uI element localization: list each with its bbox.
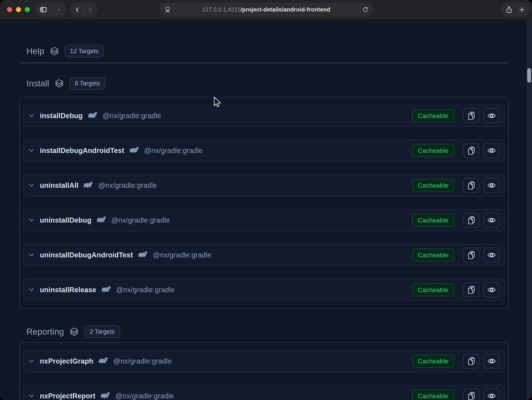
copy-button[interactable]	[463, 213, 479, 228]
target-executor: @nx/gradle:gradle	[144, 147, 203, 155]
target-name: uninstallDebug	[40, 216, 91, 224]
view-button[interactable]	[484, 388, 500, 400]
section-title: Reporting	[26, 327, 64, 337]
layers-icon	[50, 46, 59, 56]
copy-button[interactable]	[463, 178, 479, 193]
url-host: 127.0.0.1:4211	[202, 6, 241, 13]
chevron-down-icon[interactable]	[28, 392, 35, 400]
target-row[interactable]: uninstallDebug @nx/gradle:gradle Cacheab…	[23, 209, 505, 231]
mouse-cursor	[213, 97, 222, 108]
target-executor: @nx/gradle:gradle	[115, 392, 174, 400]
gradle-elephant-icon	[101, 286, 112, 294]
view-button[interactable]	[484, 213, 500, 228]
section-header-install: Install 6 Targets	[26, 76, 105, 91]
chevron-down-icon[interactable]	[28, 251, 35, 258]
view-button[interactable]	[484, 108, 500, 123]
target-name: nxProjectReport	[40, 392, 95, 400]
share-icon[interactable]	[505, 6, 513, 13]
target-name: uninstallRelease	[40, 286, 96, 294]
reporting-targets-card: nxProjectGraph @nx/gradle:gradle Cacheab…	[19, 342, 509, 400]
target-name: uninstallAll	[40, 181, 78, 189]
target-row[interactable]: nxProjectReport @nx/gradle:gradle Cachea…	[23, 385, 505, 400]
toolbar-actions	[501, 3, 530, 16]
chevron-down-icon[interactable]	[56, 7, 62, 12]
copy-button[interactable]	[463, 248, 479, 262]
view-button[interactable]	[484, 143, 500, 158]
gradle-elephant-icon	[129, 147, 140, 154]
chevron-down-icon[interactable]	[28, 182, 35, 189]
gradle-elephant-icon	[96, 217, 107, 224]
nav-divider	[83, 6, 84, 13]
project-details-page: Help 12 Targets Install 6 Targets	[0, 19, 532, 400]
target-executor: @nx/gradle:gradle	[153, 251, 211, 259]
cacheable-badge: Cacheable	[412, 109, 454, 122]
sidebar-toggle-group	[36, 3, 66, 16]
target-executor: @nx/gradle:gradle	[116, 286, 175, 294]
view-button[interactable]	[484, 354, 500, 369]
copy-button[interactable]	[463, 282, 479, 297]
target-name: nxProjectGraph	[40, 357, 93, 365]
section-divider	[19, 62, 509, 63]
back-button[interactable]	[74, 6, 81, 13]
forward-button[interactable]	[87, 6, 94, 13]
gradle-elephant-icon	[88, 112, 98, 119]
target-row[interactable]: installDebugAndroidTest @nx/gradle:gradl…	[23, 140, 505, 162]
cacheable-badge: Cacheable	[412, 389, 454, 400]
copy-button[interactable]	[463, 388, 479, 400]
target-row[interactable]: nxProjectGraph @nx/gradle:gradle Cacheab…	[23, 350, 505, 372]
targets-count-badge: 12 Targets	[65, 45, 104, 57]
chevron-down-icon[interactable]	[28, 358, 35, 365]
scrollbar-thumb[interactable]	[527, 68, 531, 83]
section-title: Help	[26, 46, 44, 56]
target-name: uninstallDebugAndroidTest	[40, 251, 133, 259]
layers-icon	[70, 327, 79, 336]
chevron-down-icon[interactable]	[28, 112, 35, 119]
target-name: installDebugAndroidTest	[40, 147, 124, 155]
cacheable-badge: Cacheable	[412, 249, 454, 262]
chevron-down-icon[interactable]	[28, 147, 35, 154]
reload-icon[interactable]	[362, 6, 369, 14]
chevron-down-icon[interactable]	[28, 286, 35, 293]
page-settings-icon[interactable]	[164, 6, 171, 14]
cacheable-badge: Cacheable	[412, 144, 454, 157]
target-executor: @nx/gradle:gradle	[98, 181, 157, 189]
target-executor: @nx/gradle:gradle	[113, 357, 172, 365]
target-row[interactable]: uninstallDebugAndroidTest @nx/gradle:gra…	[23, 244, 505, 266]
navigation-group	[70, 3, 97, 16]
gradle-elephant-icon	[100, 392, 111, 400]
view-button[interactable]	[484, 282, 500, 297]
window-controls	[7, 7, 30, 12]
close-window-button[interactable]	[7, 7, 12, 12]
install-targets-card: installDebug @nx/gradle:gradle Cacheable	[19, 97, 509, 308]
copy-button[interactable]	[463, 354, 479, 369]
new-tab-icon[interactable]	[518, 6, 526, 13]
target-executor: @nx/gradle:gradle	[111, 216, 170, 224]
sidebar-icon[interactable]	[39, 6, 47, 13]
section-header-reporting: Reporting 2 Targets	[26, 324, 120, 339]
chevron-down-icon[interactable]	[28, 217, 35, 224]
browser-window: 127.0.0.1:4211/project-details/android-f…	[0, 0, 532, 400]
target-name: installDebug	[40, 112, 83, 120]
gradle-elephant-icon	[98, 357, 109, 365]
gradle-elephant-icon	[83, 182, 94, 189]
address-bar[interactable]: 127.0.0.1:4211/project-details/android-f…	[159, 3, 373, 16]
minimize-window-button[interactable]	[16, 7, 21, 12]
zoom-window-button[interactable]	[25, 7, 30, 12]
view-button[interactable]	[484, 248, 500, 262]
section-title: Install	[26, 78, 49, 88]
copy-button[interactable]	[463, 143, 479, 158]
cacheable-badge: Cacheable	[412, 283, 454, 296]
layers-icon	[55, 79, 64, 88]
target-row[interactable]: uninstallAll @nx/gradle:gradle Cacheable	[23, 175, 505, 196]
gradle-elephant-icon	[138, 251, 148, 259]
target-row[interactable]: uninstallRelease @nx/gradle:gradle Cache…	[23, 279, 505, 301]
view-button[interactable]	[484, 178, 500, 193]
cacheable-badge: Cacheable	[412, 355, 454, 368]
cacheable-badge: Cacheable	[412, 179, 454, 192]
target-executor: @nx/gradle:gradle	[103, 112, 161, 120]
url-path: /project-details/android-frontend	[241, 6, 330, 13]
copy-button[interactable]	[463, 108, 479, 123]
target-row[interactable]: installDebug @nx/gradle:gradle Cacheable	[23, 105, 505, 127]
section-header-help: Help 12 Targets	[26, 44, 104, 58]
cacheable-badge: Cacheable	[412, 214, 454, 227]
